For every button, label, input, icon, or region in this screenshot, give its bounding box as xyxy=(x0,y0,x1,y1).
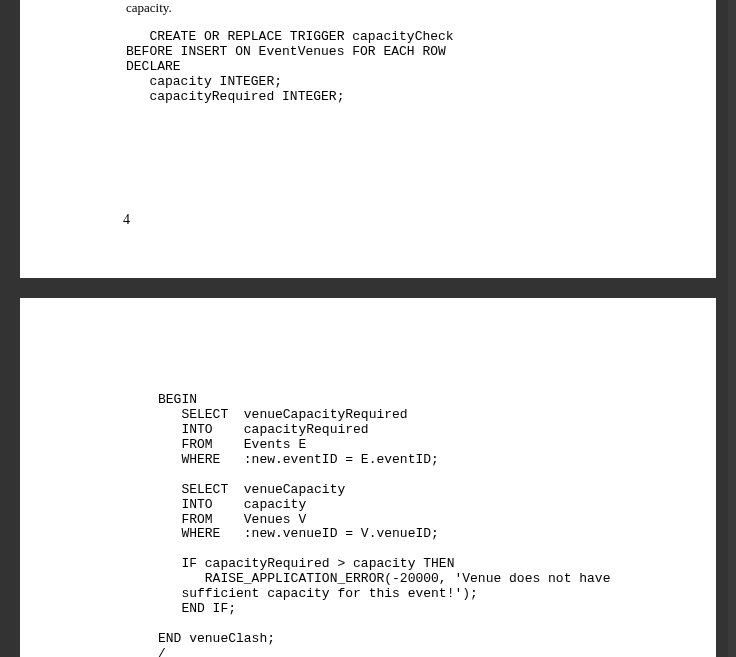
code-block-declare: CREATE OR REPLACE TRIGGER capacityCheck … xyxy=(126,30,716,105)
scrollbar-track[interactable] xyxy=(728,0,736,657)
document-page-1: capacity. CREATE OR REPLACE TRIGGER capa… xyxy=(20,0,716,278)
code-block-begin: BEGIN SELECT venueCapacityRequired INTO … xyxy=(158,393,716,657)
caption-text: capacity. xyxy=(126,0,716,16)
document-page-2: BEGIN SELECT venueCapacityRequired INTO … xyxy=(20,298,716,657)
page-number: 4 xyxy=(123,212,130,228)
